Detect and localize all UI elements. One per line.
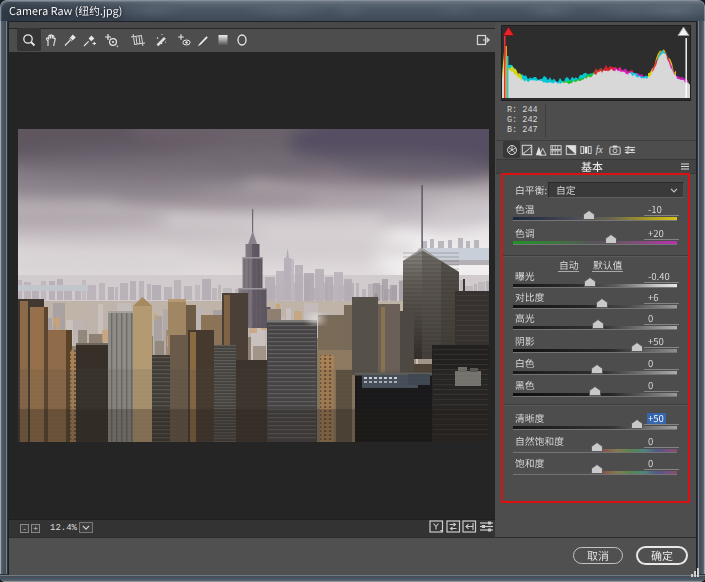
svg-text:fx: fx [595,145,603,155]
